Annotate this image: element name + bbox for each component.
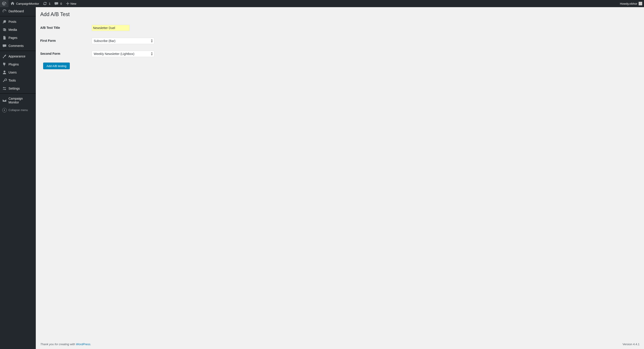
comments-menu[interactable]: 0 (52, 0, 64, 7)
footer: Thank you for creating with WordPress. V… (36, 340, 644, 349)
footer-thankyou-prefix: Thank you for creating with (40, 343, 76, 346)
wordpress-link[interactable]: WordPress (76, 343, 90, 346)
updates-menu[interactable]: 1 (41, 0, 52, 7)
footer-thankyou-suffix: . (90, 343, 91, 346)
sidebar-item-label: Appearance (8, 54, 34, 58)
main-content: Add A/B Test A/B Test Title First Form S… (36, 0, 644, 349)
collapse-menu[interactable]: Collapse menu (0, 106, 36, 114)
version-text: Version 4.4.1 (622, 343, 640, 346)
sidebar-item-label: Media (8, 28, 34, 32)
sidebar-separator (0, 15, 36, 16)
sidebar-separator (0, 92, 36, 94)
sidebar-item-campaign-monitor[interactable]: Campaign Monitor (0, 95, 36, 106)
sidebar-item-label: Campaign Monitor (8, 97, 34, 104)
second-form-field-label: Second Form (40, 47, 90, 60)
sidebar-item-label: Tools (8, 79, 34, 82)
form-table: A/B Test Title First Form Subscribe (Bar… (40, 21, 640, 60)
wp-logo-menu[interactable] (0, 0, 8, 7)
second-form-select[interactable]: Weekly Newsletter (Lightbox) (92, 51, 154, 57)
wrench-icon (2, 78, 7, 83)
plug-icon (2, 62, 7, 67)
sidebar-item-appearance[interactable]: Appearance (0, 52, 36, 60)
site-name: CampaignMonitor (16, 2, 39, 5)
pin-icon (2, 19, 7, 24)
new-content-menu[interactable]: New (64, 0, 78, 7)
sidebar-separator (0, 50, 36, 51)
title-field-label: A/B Test Title (40, 21, 90, 34)
sidebar-item-label: Settings (8, 87, 34, 90)
user-icon (2, 70, 7, 75)
footer-thankyou: Thank you for creating with WordPress. (40, 343, 91, 346)
admin-sidebar: Dashboard Posts Media Pages Commen (0, 7, 36, 349)
sidebar-item-label: Posts (8, 20, 34, 24)
sliders-icon (2, 86, 7, 91)
avatar-icon (639, 2, 642, 5)
updates-count: 1 (49, 2, 50, 5)
page-title: Add A/B Test (40, 9, 640, 18)
dashboard-icon (2, 9, 7, 13)
sidebar-item-label: Dashboard (8, 9, 34, 13)
collapse-label: Collapse menu (8, 108, 28, 112)
user-name: vibhor (630, 2, 637, 5)
admin-bar: CampaignMonitor 1 0 (0, 0, 644, 7)
wordpress-icon (2, 1, 6, 6)
first-form-select[interactable]: Subscribe (Bar) (92, 38, 154, 44)
home-icon (10, 1, 15, 6)
ab-test-title-input[interactable] (92, 25, 130, 31)
media-icon (2, 27, 7, 32)
sidebar-item-dashboard[interactable]: Dashboard (0, 7, 36, 15)
add-ab-testing-button[interactable]: Add A/B testing (43, 62, 70, 69)
sidebar-item-label: Comments (8, 44, 34, 48)
admin-bar-right: Howdy, vibhor (618, 0, 644, 7)
admin-bar-left: CampaignMonitor 1 0 (0, 0, 78, 7)
chevron-left-icon (2, 108, 7, 112)
comment-icon (2, 43, 7, 48)
sidebar-item-users[interactable]: Users (0, 68, 36, 76)
new-label: New (70, 2, 76, 5)
sidebar-item-tools[interactable]: Tools (0, 76, 36, 84)
sidebar-item-label: Users (8, 71, 34, 74)
sidebar-item-pages[interactable]: Pages (0, 34, 36, 42)
brush-icon (2, 54, 7, 58)
plus-icon (66, 1, 70, 6)
first-form-field-label: First Form (40, 34, 90, 47)
sidebar-item-posts[interactable]: Posts (0, 18, 36, 26)
comment-icon (54, 1, 58, 6)
site-name-menu[interactable]: CampaignMonitor (8, 0, 41, 7)
envelope-icon (2, 98, 7, 103)
sidebar-item-comments[interactable]: Comments (0, 42, 36, 50)
user-menu[interactable]: Howdy, vibhor (618, 0, 644, 7)
sidebar-item-label: Pages (8, 36, 34, 40)
page-icon (2, 35, 7, 40)
sidebar-item-media[interactable]: Media (0, 26, 36, 34)
sidebar-item-plugins[interactable]: Plugins (0, 60, 36, 68)
sidebar-item-label: Plugins (8, 62, 34, 66)
sidebar-item-settings[interactable]: Settings (0, 84, 36, 92)
comments-count: 0 (60, 2, 62, 5)
howdy-prefix: Howdy, (620, 2, 629, 5)
refresh-icon (43, 1, 47, 6)
